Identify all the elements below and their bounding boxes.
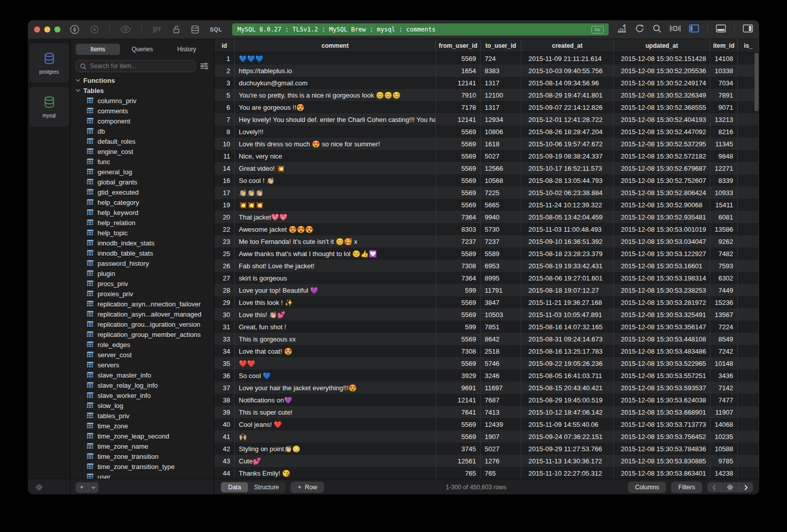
sidebar-table-item[interactable]: replication_asyn...ailover_managed — [76, 309, 214, 319]
cell-item-id[interactable]: 13213 — [710, 113, 738, 126]
cell-from-user-id[interactable]: 12141 — [436, 394, 481, 406]
cell-from-user-id[interactable]: 1654 — [436, 65, 481, 77]
cell-to-user-id[interactable]: 10503 — [481, 308, 521, 321]
cell-created-at[interactable]: 2015-08-19 19:33:42.431 — [521, 260, 614, 272]
tab-queries[interactable]: Queries — [120, 44, 164, 55]
cell-updated-at[interactable]: 2015-12-08 15:30:52.752607 — [614, 174, 710, 186]
table-row[interactable]: 37Love your hair the jacket everything!!… — [214, 382, 759, 394]
table-row[interactable]: 43Cute💕1256112762015-11-13 14:30:36.1722… — [214, 455, 759, 467]
cell-item-id[interactable]: 11345 — [710, 138, 738, 150]
cell-to-user-id[interactable]: 8383 — [481, 65, 521, 77]
table-row[interactable]: 26Fab shot! Love the jacket!730869532015… — [214, 260, 759, 272]
cell-updated-at[interactable]: 2015-12-08 15:30:52.679687 — [614, 162, 710, 174]
cell-comment[interactable]: You're so pretty, this is a nice ni gorg… — [235, 89, 436, 101]
cell-to-user-id[interactable]: 6953 — [481, 260, 521, 272]
cell-id[interactable]: 19 — [214, 199, 235, 211]
column-header-comment[interactable]: comment — [235, 39, 436, 52]
sql-editor-icon[interactable]: SQL — [210, 26, 222, 33]
cell-from-user-id[interactable]: 5569 — [436, 162, 481, 174]
cell-item-id[interactable]: 12271 — [710, 162, 738, 174]
center-layout-icon[interactable] — [670, 24, 681, 35]
sidebar-table-item[interactable]: time_zone_transition_type — [76, 461, 214, 472]
cell-updated-at[interactable]: 2015-12-08 15:30:53.198314 — [614, 272, 710, 284]
cell-from-user-id[interactable]: 7308 — [436, 345, 481, 357]
cell-comment[interactable]: Cute💕 — [235, 455, 436, 467]
search-icon[interactable] — [652, 24, 662, 35]
table-row[interactable]: 38Notifications on💜1214176872015-08-29 1… — [214, 394, 759, 406]
cell-created-at[interactable]: 2015-11-03 10:05:47.891 — [521, 308, 614, 321]
cell-created-at[interactable]: 2015-11-10 22:27:05.312 — [521, 467, 614, 479]
cell-comment[interactable]: ❤️❤️ — [235, 357, 436, 369]
cell-created-at[interactable]: 2015-09-29 11:27:53.766 — [521, 443, 614, 455]
cell-id[interactable]: 28 — [214, 284, 235, 296]
cell-item-id[interactable]: 10148 — [710, 357, 738, 369]
table-row[interactable]: 22Awesome jacket 😍😍😍830357302015-11-03 1… — [214, 223, 759, 235]
structure-view-tab[interactable]: Structure — [248, 482, 285, 492]
connection-mysql[interactable]: mysql — [29, 87, 69, 127]
table-row[interactable]: 6You are gorgeous !!😍717813172015-09-07 … — [214, 101, 759, 113]
processes-chart-icon[interactable] — [617, 24, 627, 35]
cell-updated-at[interactable]: 2015-12-08 15:30:52.368555 — [614, 101, 710, 113]
close-window-button[interactable] — [34, 26, 40, 33]
cell-item-id[interactable]: 14238 — [710, 467, 738, 479]
cell-item-id[interactable]: 7142 — [710, 382, 738, 394]
table-row[interactable]: 3duchuykun@gmail.com1214113172015-08-14 … — [214, 77, 759, 89]
cell-comment[interactable]: 🙌🏼 — [235, 430, 436, 443]
cell-updated-at[interactable]: 2015-12-08 15:30:52.90068 — [614, 199, 710, 211]
cell-item-id[interactable]: 7034 — [710, 77, 738, 89]
cell-id[interactable]: 26 — [214, 260, 235, 272]
cell-id[interactable]: 7 — [214, 113, 235, 126]
cell-created-at[interactable]: 2015-08-18 19:07:12.27 — [521, 284, 614, 296]
table-row[interactable]: 5You're so pretty, this is a nice ni gor… — [214, 89, 759, 101]
cell-item-id[interactable]: 14108 — [710, 52, 738, 65]
column-header-item-id[interactable]: item_id — [710, 39, 738, 52]
cell-from-user-id[interactable]: 5569 — [436, 199, 481, 211]
sidebar-table-item[interactable]: time_zone_leap_second — [76, 431, 214, 441]
cell-comment[interactable]: Lovely!!! — [235, 126, 436, 138]
cell-to-user-id[interactable]: 11697 — [481, 382, 521, 394]
cell-created-at[interactable]: 2015-08-14 09:34:56.96 — [521, 77, 614, 89]
sidebar-table-item[interactable]: proxies_priv — [76, 289, 214, 299]
cell-comment[interactable]: Nice, very nice — [235, 150, 436, 162]
cell-comment[interactable]: Love this! 👏🏼💕 — [235, 308, 436, 321]
cell-to-user-id[interactable]: 5730 — [481, 223, 521, 235]
cell-item-id[interactable]: 14068 — [710, 418, 738, 430]
table-row[interactable]: 39This is super cute!764174132015-10-12 … — [214, 406, 759, 418]
cell-comment[interactable]: Aww thanks that's what I thought to lol … — [235, 247, 436, 260]
cell-comment[interactable]: Great, fun shot ! — [235, 321, 436, 333]
cell-updated-at[interactable]: 2015-12-08 15:30:53.756452 — [614, 430, 710, 443]
cell-from-user-id[interactable]: 5569 — [436, 52, 481, 65]
cell-to-user-id[interactable]: 7225 — [481, 186, 521, 199]
cell-from-user-id[interactable]: 599 — [436, 321, 481, 333]
cell-to-user-id[interactable]: 12100 — [481, 89, 521, 101]
cell-id[interactable]: 31 — [214, 321, 235, 333]
cell-item-id[interactable]: 7242 — [710, 345, 738, 357]
cell-from-user-id[interactable]: 5569 — [436, 418, 481, 430]
connection-bar[interactable]: MySQL 8.0.27 : TLSv1.2 : MySQL Brew : my… — [232, 23, 609, 36]
cell-to-user-id[interactable]: 8995 — [481, 272, 521, 284]
cell-created-at[interactable]: 2015-11-03 11:00:48.493 — [521, 223, 614, 235]
cell-item-id[interactable]: 8339 — [710, 174, 738, 186]
cell-created-at[interactable]: 2015-10-12 18:47:06.142 — [521, 406, 614, 418]
cell-id[interactable]: 27 — [214, 272, 235, 284]
tab-history[interactable]: History — [165, 44, 209, 55]
sidebar-table-item[interactable]: time_zone — [76, 421, 214, 431]
cell-id[interactable]: 43 — [214, 455, 235, 467]
cell-item-id[interactable]: 6302 — [710, 272, 738, 284]
cell-from-user-id[interactable]: 5569 — [436, 174, 481, 186]
cell-to-user-id[interactable]: 8642 — [481, 333, 521, 345]
cell-comment[interactable]: Great video! 💥 — [235, 162, 436, 174]
cell-from-user-id[interactable]: 599 — [436, 284, 481, 296]
cell-item-id[interactable]: 15236 — [710, 296, 738, 308]
cell-id[interactable]: 5 — [214, 89, 235, 101]
table-row[interactable]: 20That jacket💖💖736499402015-08-05 13:42:… — [214, 211, 759, 223]
cell-comment[interactable]: Me too Fernanda! It's cute isn't it 😊🥰 x — [235, 235, 436, 247]
columns-button[interactable]: Columns — [628, 482, 666, 493]
cell-created-at[interactable]: 2015-11-24 10:12:39.322 — [521, 199, 614, 211]
sidebar-table-item[interactable]: component — [76, 116, 214, 126]
table-row[interactable]: 17👏🏼👏🏼👏🏼556972252015-10-02 06:23:38.8842… — [214, 186, 759, 199]
sidebar-table-item[interactable]: innodb_index_stats — [76, 238, 214, 248]
cell-item-id[interactable]: 13567 — [710, 308, 738, 321]
table-row[interactable]: 34Love that coat! 😍730825182015-08-16 13… — [214, 345, 759, 357]
cell-item-id[interactable]: 15411 — [710, 199, 738, 211]
